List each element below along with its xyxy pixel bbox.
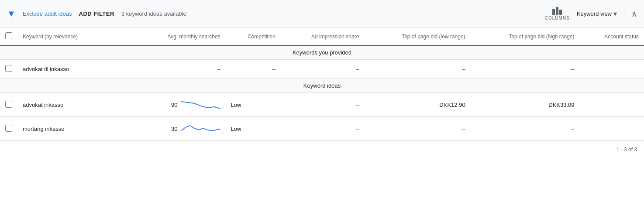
col-header-competition[interactable]: Competition bbox=[226, 28, 281, 45]
section1-label: Keywords you provided bbox=[0, 45, 644, 60]
toolbar-right: COLUMNS Keyword view ▾ ∧ bbox=[545, 7, 637, 21]
table-container: Keyword (by relevance) Avg. monthly sear… bbox=[0, 28, 644, 141]
section1-header-row: Keywords you provided bbox=[0, 45, 644, 60]
row-checkbox[interactable] bbox=[5, 101, 12, 108]
keyword-table: Keyword (by relevance) Avg. monthly sear… bbox=[0, 28, 644, 141]
col-header-top-bid-low[interactable]: Top of page bid (low range) bbox=[364, 28, 470, 45]
columns-button[interactable]: COLUMNS bbox=[545, 7, 570, 20]
keyword-cell: advokat inkasso bbox=[17, 93, 130, 117]
row-checkbox-cell[interactable] bbox=[0, 117, 17, 141]
table-body: Keywords you provided advokat til inkass… bbox=[0, 45, 644, 141]
table-row: advokat til inkasso – – – – – bbox=[0, 60, 644, 79]
col-header-avg-monthly[interactable]: Avg. monthly searches bbox=[130, 28, 225, 45]
vertical-divider bbox=[624, 7, 624, 21]
top-bid-high-cell: – bbox=[471, 60, 580, 79]
competition-cell: Low bbox=[226, 93, 281, 117]
add-filter-button[interactable]: ADD FILTER bbox=[79, 10, 114, 17]
exclude-adult-link[interactable]: Exclude adult ideas bbox=[23, 10, 72, 17]
ad-impression-cell: – bbox=[281, 93, 364, 117]
sparkline-chart bbox=[181, 98, 220, 111]
row-checkbox-cell[interactable] bbox=[0, 93, 17, 117]
sparkline-number: 90 bbox=[165, 102, 178, 108]
keyword-view-label: Keyword view bbox=[577, 10, 612, 17]
table-header: Keyword (by relevance) Avg. monthly sear… bbox=[0, 28, 644, 45]
col-bar-2 bbox=[556, 7, 558, 15]
table-row: advokat inkasso 90 Low – DKK12.90 DKK33.… bbox=[0, 93, 644, 117]
avg-monthly-cell: 30 bbox=[130, 117, 225, 141]
avg-monthly-cell: 90 bbox=[130, 93, 225, 117]
ad-impression-cell: – bbox=[281, 60, 364, 79]
top-bid-low-cell: – bbox=[364, 117, 470, 141]
col-header-account-status: Account status bbox=[580, 28, 644, 45]
col-header-checkbox bbox=[0, 28, 17, 45]
columns-label: COLUMNS bbox=[545, 16, 570, 20]
keyword-view-button[interactable]: Keyword view ▾ bbox=[577, 10, 617, 18]
row-checkbox-cell[interactable] bbox=[0, 60, 17, 79]
col-header-ad-impression[interactable]: Ad impression share bbox=[281, 28, 364, 45]
competition-cell: – bbox=[226, 60, 281, 79]
keyword-cell: mortang inkasso bbox=[17, 117, 130, 141]
sparkline-chart bbox=[181, 122, 220, 135]
col-header-top-bid-high[interactable]: Top of page bid (high range) bbox=[471, 28, 580, 45]
columns-icon bbox=[552, 7, 562, 15]
toolbar-left: ▼ Exclude adult ideas ADD FILTER 3 keywo… bbox=[7, 9, 538, 19]
chevron-down-icon: ▾ bbox=[613, 10, 617, 18]
avg-monthly-cell: – bbox=[130, 60, 225, 79]
table-footer: 1 - 3 of 3 bbox=[0, 141, 644, 158]
keyword-cell: advokat til inkasso bbox=[17, 60, 130, 79]
filter-icon: ▼ bbox=[7, 9, 16, 19]
section2-label: Keyword ideas bbox=[0, 79, 644, 93]
row-checkbox[interactable] bbox=[5, 125, 12, 132]
col-header-keyword[interactable]: Keyword (by relevance) bbox=[17, 28, 130, 45]
top-bid-low-cell: – bbox=[364, 60, 470, 79]
sparkline-number: 30 bbox=[165, 126, 178, 132]
table-row: mortang inkasso 30 Low – – – bbox=[0, 117, 644, 141]
account-status-cell bbox=[580, 60, 644, 79]
collapse-button[interactable]: ∧ bbox=[631, 9, 637, 19]
keyword-count-label: 3 keyword ideas available bbox=[121, 10, 186, 17]
section2-header-row: Keyword ideas bbox=[0, 79, 644, 93]
sparkline-container: 30 bbox=[135, 122, 220, 135]
account-status-cell bbox=[580, 117, 644, 141]
sparkline-container: 90 bbox=[135, 98, 220, 111]
col-bar-1 bbox=[552, 9, 555, 15]
ad-impression-cell: – bbox=[281, 117, 364, 141]
col-bar-3 bbox=[559, 10, 562, 15]
top-bid-high-cell: DKK33.09 bbox=[471, 93, 580, 117]
top-bid-high-cell: – bbox=[471, 117, 580, 141]
account-status-cell bbox=[580, 93, 644, 117]
competition-cell: Low bbox=[226, 117, 281, 141]
select-all-checkbox[interactable] bbox=[5, 32, 12, 39]
top-bid-low-cell: DKK12.90 bbox=[364, 93, 470, 117]
toolbar: ▼ Exclude adult ideas ADD FILTER 3 keywo… bbox=[0, 0, 644, 28]
pagination-label: 1 - 3 of 3 bbox=[616, 146, 637, 153]
row-checkbox[interactable] bbox=[5, 65, 12, 72]
